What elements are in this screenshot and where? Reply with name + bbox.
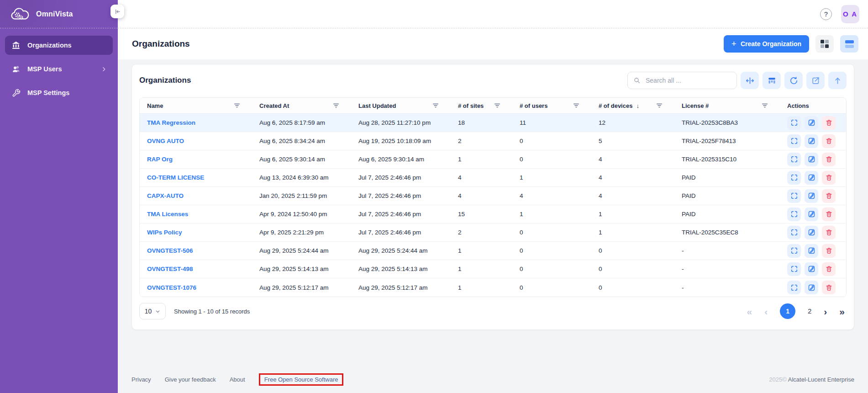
table-row[interactable]: WIPs Policy Apr 9, 2025 2:21:29 pm Jul 7… [140,223,846,242]
delete-icon [825,174,833,181]
filter-icon[interactable] [432,103,439,108]
expand-button[interactable] [787,262,801,276]
edit-button[interactable] [805,207,818,221]
filter-icon[interactable] [762,103,768,108]
table-row[interactable]: OVNGTEST-506 Aug 29, 2025 5:24:44 am Aug… [140,242,846,260]
table-row[interactable]: TMA Regression Aug 6, 2025 8:17:59 am Au… [140,114,846,132]
upload-button[interactable] [828,72,847,89]
bank-icon [11,41,21,50]
expand-button[interactable] [787,116,801,130]
edit-button[interactable] [805,134,818,148]
cell-license: TRIAL-2025315C10 [682,156,787,163]
edit-button[interactable] [805,171,818,185]
filter-icon[interactable] [333,103,339,108]
last-page-button[interactable]: » [839,307,845,316]
table-row[interactable]: OVNG AUTO Aug 6, 2025 8:34:24 am Aug 19,… [140,132,846,150]
delete-button[interactable] [822,226,836,239]
column-header-last-updated[interactable]: Last Updated [358,102,458,109]
expand-button[interactable] [787,207,801,221]
organization-link[interactable]: WIPs Policy [147,229,182,236]
table-row[interactable]: CO-TERM LICENSE Aug 13, 2024 6:39:30 am … [140,169,846,187]
expand-button[interactable] [787,171,801,185]
foss-link[interactable]: Free Open Source Software [264,376,338,383]
first-page-button[interactable]: « [747,307,752,316]
cell-last-updated: Aug 29, 2025 5:14:13 am [358,266,458,272]
page-size-select[interactable]: 10 [139,303,166,319]
table-row[interactable]: RAP Org Aug 6, 2025 9:30:14 am Aug 6, 20… [140,150,846,169]
organization-link[interactable]: OVNGTEST-498 [147,266,193,272]
edit-button[interactable] [805,153,818,166]
expand-button[interactable] [787,134,801,148]
search-input[interactable] [645,76,731,85]
grid-view-toggle[interactable] [815,35,834,53]
delete-button[interactable] [822,244,836,258]
cell-actions [787,116,846,130]
delete-button[interactable] [822,134,836,148]
about-link[interactable]: About [230,376,245,383]
page-2-button[interactable]: 2 [808,308,811,315]
refresh-icon [789,76,798,85]
filter-icon[interactable] [494,103,500,108]
delete-button[interactable] [822,153,836,166]
table-row[interactable]: CAPX-AUTO Jan 20, 2025 2:11:59 pm Jul 7,… [140,187,846,205]
filter-icon[interactable] [573,103,579,108]
sidebar: OmniVista Organizations [0,0,118,393]
expand-button[interactable] [787,189,801,203]
expand-button[interactable] [787,226,801,239]
column-header-users[interactable]: # of users [520,102,599,109]
edit-button[interactable] [805,244,818,258]
edit-button[interactable] [805,262,818,276]
column-header-devices[interactable]: # of devices ↓ [599,102,682,109]
delete-button[interactable] [822,171,836,185]
page-1-button[interactable]: 1 [780,303,795,319]
privacy-link[interactable]: Privacy [132,376,151,383]
help-icon[interactable]: ? [820,8,832,20]
organization-link[interactable]: CAPX-AUTO [147,192,184,199]
organization-link[interactable]: TMA Regression [147,119,195,126]
table-row[interactable]: OVNGTEST-1076 Aug 29, 2025 5:12:17 am Au… [140,278,846,297]
sort-desc-icon[interactable]: ↓ [636,102,639,109]
expand-button[interactable] [787,153,801,166]
edit-button[interactable] [805,281,818,294]
organization-link[interactable]: TMA Licenses [147,211,188,218]
create-organization-button[interactable]: + Create Organization [724,35,809,53]
list-view-toggle[interactable] [840,35,858,53]
edit-button[interactable] [805,116,818,130]
delete-button[interactable] [822,262,836,276]
filter-icon[interactable] [234,103,240,108]
organization-link[interactable]: OVNG AUTO [147,138,184,144]
fit-width-button[interactable] [741,72,759,89]
table-row[interactable]: TMA Licenses Apr 9, 2024 12:50:40 pm Jul… [140,205,846,223]
organization-link[interactable]: RAP Org [147,156,173,163]
prev-page-button[interactable]: ‹ [764,307,768,316]
sidebar-item-msp-settings[interactable]: MSP Settings [5,83,113,102]
delete-button[interactable] [822,116,836,130]
column-header-created-at[interactable]: Created At [259,102,358,109]
sidebar-collapse-button[interactable] [110,5,124,18]
delete-icon [825,210,833,218]
next-page-button[interactable]: › [824,307,827,316]
expand-button[interactable] [787,244,801,258]
organization-link[interactable]: OVNGTEST-1076 [147,284,196,291]
column-header-name[interactable]: Name [140,102,259,109]
delete-button[interactable] [822,281,836,294]
table-row[interactable]: OVNGTEST-498 Aug 29, 2025 5:14:13 am Aug… [140,260,846,278]
sidebar-item-organizations[interactable]: Organizations [5,36,113,55]
sidebar-item-msp-users[interactable]: MSP Users [5,59,113,79]
refresh-button[interactable] [784,72,803,89]
delete-button[interactable] [822,207,836,221]
edit-button[interactable] [805,189,818,203]
avatar[interactable]: O A [841,5,859,23]
organization-link[interactable]: OVNGTEST-506 [147,247,193,254]
columns-button[interactable] [763,72,781,89]
filter-icon[interactable] [656,103,663,108]
edit-button[interactable] [805,226,818,239]
cell-devices: 1 [599,211,682,218]
expand-button[interactable] [787,281,801,294]
organization-link[interactable]: CO-TERM LICENSE [147,174,204,181]
column-header-sites[interactable]: # of sites [458,102,520,109]
export-button[interactable] [806,72,825,89]
column-header-license[interactable]: License # [682,102,787,109]
feedback-link[interactable]: Give your feedback [165,376,216,383]
delete-button[interactable] [822,189,836,203]
